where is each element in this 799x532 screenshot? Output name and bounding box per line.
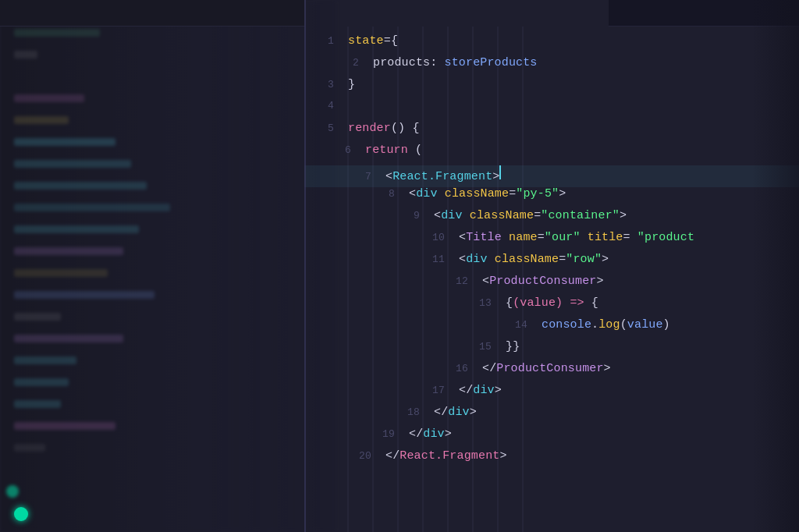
- code-line-1: 1 state={: [304, 34, 799, 56]
- line-num-3: 3: [311, 79, 334, 90]
- line-num-20: 20: [348, 450, 371, 462]
- line-num-12: 12: [445, 275, 468, 287]
- code-line-12: 12 <ProductConsumer>: [304, 275, 799, 296]
- line-num-17: 17: [421, 385, 445, 396]
- line-num-7: 7: [348, 171, 371, 183]
- code-line-5: 5 render() {: [304, 122, 799, 144]
- code-line-17: 17 </div>: [304, 384, 799, 406]
- line-num-6: 6: [328, 144, 351, 156]
- line-num-10: 10: [421, 232, 445, 243]
- line-num-9: 9: [396, 210, 420, 222]
- code-line-16: 16 </ProductConsumer>: [304, 362, 799, 384]
- panel-separator: [304, 0, 306, 532]
- code-line-18: 18 </div>: [304, 406, 799, 427]
- code-line-14: 14 console.log(value): [304, 318, 799, 340]
- token-render: render: [348, 122, 391, 135]
- code-line-8: 8 <div className="py-5">: [304, 187, 799, 209]
- left-panel-titlebar: [0, 0, 304, 27]
- token-div-close-3: div: [423, 427, 444, 441]
- code-line-19: 19 </div>: [304, 427, 799, 449]
- line-num-19: 19: [371, 428, 395, 440]
- code-lines: 1 state={ 2 products: storeProducts 3 } …: [304, 0, 799, 471]
- code-area: 1 state={ 2 products: storeProducts 3 } …: [304, 0, 799, 532]
- line-num-5: 5: [311, 122, 334, 134]
- code-line-15: 15 }}: [304, 340, 799, 362]
- code-titlebar: [609, 0, 799, 27]
- line-num-14: 14: [504, 319, 527, 331]
- code-line-3: 3 }: [304, 78, 799, 100]
- token-value: value: [627, 318, 663, 332]
- code-line-6: 6 return (: [304, 144, 799, 165]
- gutter-lines: [0, 0, 336, 532]
- line-num-16: 16: [445, 363, 468, 374]
- code-line-13: 13 {(value) => {: [304, 296, 799, 318]
- token-div-2: div: [441, 209, 462, 222]
- token-title-comp: Title: [466, 231, 502, 244]
- editor-container: 1 state={ 2 products: storeProducts 3 } …: [0, 0, 799, 532]
- line-num-1: 1: [311, 35, 334, 47]
- token-div-1: div: [416, 187, 437, 200]
- token-console: console: [542, 318, 591, 332]
- cursor: [499, 165, 501, 179]
- token-div-row: div: [466, 253, 487, 266]
- code-line-4: 4: [304, 100, 799, 122]
- terminal-indicator: [14, 507, 28, 521]
- token-react-fragment-close: React.Fragment: [400, 449, 499, 463]
- token-store-products: storeProducts: [445, 56, 538, 69]
- code-line-2: 2 products: storeProducts: [304, 56, 799, 78]
- token-products-key: products: [373, 56, 430, 69]
- line-num-2: 2: [336, 57, 359, 69]
- line-num-11: 11: [421, 254, 445, 265]
- line-num-13: 13: [468, 297, 492, 309]
- line-num-18: 18: [396, 406, 420, 418]
- token-div-close-2: div: [448, 406, 469, 419]
- token-div-close-1: div: [473, 384, 494, 397]
- token-log: log: [598, 318, 620, 332]
- code-line-20: 20 </React.Fragment>: [304, 449, 799, 471]
- token-react-fragment-open: React.Fragment: [392, 170, 492, 183]
- line-num-15: 15: [468, 341, 492, 353]
- line-num-8: 8: [371, 188, 395, 200]
- code-line-10: 10 <Title name="our" title= "product: [304, 231, 799, 253]
- token-return: return: [365, 144, 408, 157]
- token-product-consumer-open: ProductConsumer: [489, 275, 596, 288]
- token-state: state: [348, 34, 384, 48]
- code-line-7: 7 <React.Fragment>: [304, 165, 799, 187]
- token-product-consumer-close: ProductConsumer: [496, 362, 603, 375]
- code-line-9: 9 <div className="container">: [304, 209, 799, 231]
- line-num-4: 4: [311, 100, 334, 112]
- code-line-11: 11 <div className="row">: [304, 253, 799, 275]
